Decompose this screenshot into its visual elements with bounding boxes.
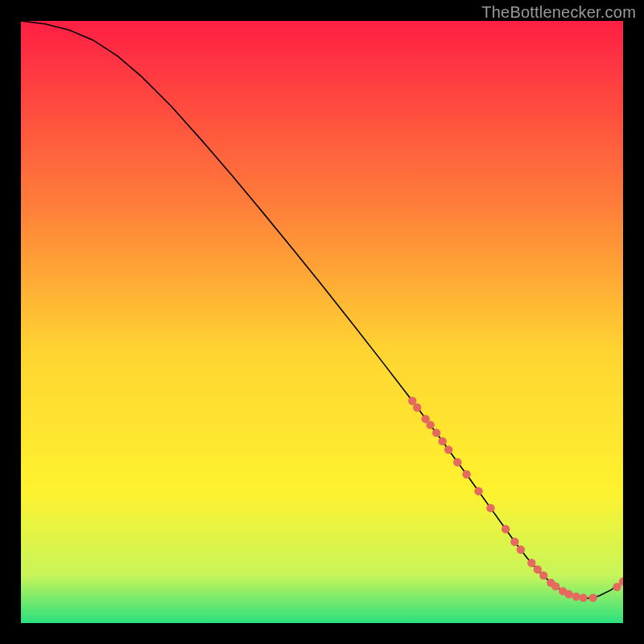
data-marker <box>432 428 440 436</box>
data-marker <box>426 421 434 429</box>
data-marker <box>462 470 470 478</box>
data-marker <box>588 593 597 601</box>
data-marker <box>551 582 559 590</box>
data-marker <box>510 538 518 546</box>
data-marker <box>486 504 494 512</box>
data-marker <box>453 458 461 466</box>
data-marker <box>534 565 542 573</box>
data-marker <box>517 546 525 554</box>
data-marker <box>527 559 535 567</box>
gradient-background <box>21 21 623 623</box>
data-marker <box>572 592 580 601</box>
chart-stage: TheBottlenecker.com <box>0 0 644 644</box>
plot-svg <box>21 21 623 623</box>
data-marker <box>579 593 587 601</box>
data-marker <box>474 487 482 495</box>
attribution-label: TheBottlenecker.com <box>481 3 636 22</box>
data-marker <box>438 437 446 445</box>
data-marker <box>539 572 547 580</box>
data-marker <box>502 525 510 533</box>
data-marker <box>564 590 572 598</box>
data-marker <box>444 445 452 453</box>
plot-area <box>21 21 623 623</box>
data-marker <box>413 403 421 411</box>
